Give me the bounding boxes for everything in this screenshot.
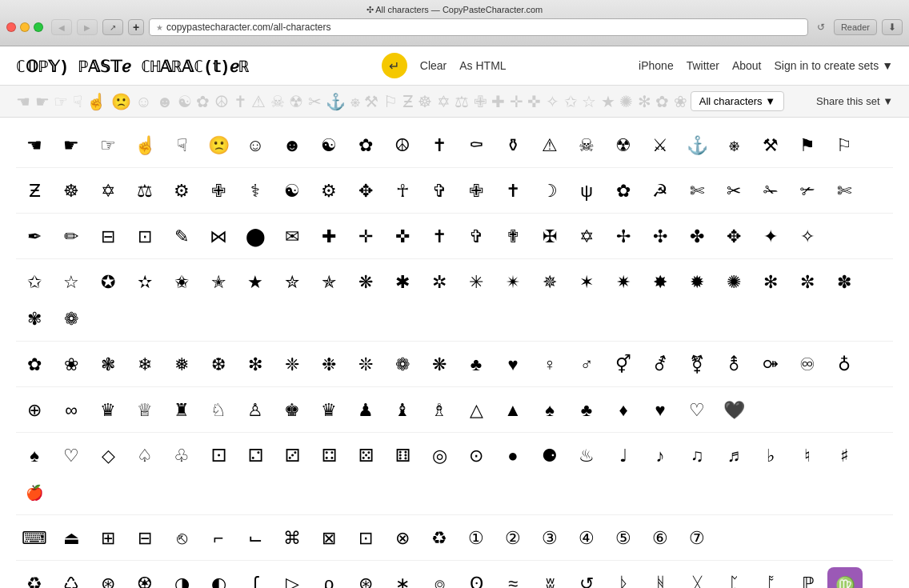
char-cell[interactable]: ▲ [495, 392, 531, 429]
char-cell[interactable]: ʬ [531, 566, 568, 588]
char-cell[interactable]: ☥ [384, 173, 421, 210]
char-cell[interactable]: ⚙ [163, 173, 200, 210]
char-cell[interactable]: ☻ [274, 127, 310, 164]
char-cell[interactable]: ✜ [384, 218, 421, 255]
char-cell[interactable]: ✝ [495, 173, 531, 210]
char-cell[interactable]: ʘ [458, 566, 495, 588]
new-tab-button[interactable]: + [128, 19, 144, 35]
char-cell[interactable]: ✪ [90, 264, 126, 301]
char-cell[interactable]: 🖤 [715, 392, 752, 429]
char-cell[interactable]: ✾ [16, 301, 53, 338]
char-cell[interactable]: ⊟ [126, 520, 163, 557]
char-cell[interactable]: ⊙ [458, 438, 495, 474]
char-cell[interactable]: ✁ [752, 173, 789, 210]
char-cell[interactable]: ⊛ [347, 566, 384, 588]
char-cell[interactable]: ✛ [347, 218, 384, 255]
char-cell[interactable]: ⊠ [310, 520, 347, 557]
char-cell[interactable]: ♣ [458, 346, 495, 383]
char-cell[interactable]: ♮ [789, 438, 826, 474]
char-cell[interactable]: ✬ [163, 264, 200, 301]
char-cell[interactable]: ʃ [237, 566, 274, 588]
char-cell[interactable]: ⊟ [90, 218, 126, 255]
char-cell[interactable]: ☝ [126, 127, 163, 164]
char-cell[interactable]: ⊡ [347, 520, 384, 557]
char-cell[interactable]: ⑤ [605, 520, 642, 557]
char-cell[interactable]: ♀ [531, 346, 568, 383]
char-cell[interactable]: 🙁 [200, 127, 237, 164]
all-chars-dropdown[interactable]: All characters ▼ [691, 91, 784, 111]
char-cell[interactable]: ✏ [53, 218, 90, 255]
char-cell[interactable]: ⊕ [16, 392, 53, 429]
char-cell[interactable]: ⊞ [90, 520, 126, 557]
char-cell[interactable]: ✸ [642, 264, 679, 301]
char-cell[interactable]: ☆ [53, 264, 90, 301]
char-cell[interactable]: ρ [310, 566, 347, 588]
char-cell[interactable]: ♗ [421, 392, 458, 429]
char-cell[interactable]: ⚄ [347, 438, 384, 474]
char-cell[interactable]: ▷ [274, 566, 310, 588]
char-cell[interactable]: ✽ [826, 264, 863, 301]
char-cell[interactable]: ↺ [568, 566, 605, 588]
char-cell[interactable]: ☮ [384, 127, 421, 164]
char-cell[interactable]: ♤ [126, 438, 163, 474]
sign-in-link[interactable]: Sign in to create sets ▼ [775, 59, 893, 72]
char-cell[interactable]: ✥ [347, 173, 384, 210]
char-cell[interactable]: ⚕ [237, 173, 274, 210]
char-cell[interactable]: ⚔ [642, 127, 679, 164]
char-cell[interactable]: ② [495, 520, 531, 557]
twitter-link[interactable]: Twitter [687, 59, 719, 72]
char-cell[interactable]: ✿ [16, 346, 53, 383]
char-cell[interactable]: ⚈ [531, 438, 568, 474]
char-cell[interactable]: ⚁ [237, 438, 274, 474]
char-cell[interactable]: ❆ [200, 346, 237, 383]
char-cell[interactable]: ✯ [310, 264, 347, 301]
char-cell[interactable]: ⌨ [16, 520, 53, 557]
char-cell[interactable]: ♡ [53, 438, 90, 474]
char-cell[interactable]: ⎈ [715, 127, 752, 164]
maximize-button[interactable] [34, 22, 43, 32]
reader-button[interactable]: Reader [834, 19, 877, 35]
char-cell[interactable]: ♝ [384, 392, 421, 429]
char-cell[interactable]: ✩ [16, 264, 53, 301]
char-cell[interactable]: Ƶ [16, 173, 53, 210]
char-cell[interactable]: ✲ [421, 264, 458, 301]
char-cell[interactable]: ☯ [274, 173, 310, 210]
char-cell[interactable]: ♫ [679, 438, 715, 474]
char-cell[interactable]: ♟ [347, 392, 384, 429]
char-cell[interactable]: ⚦ [642, 346, 679, 383]
char-cell[interactable]: ⚱ [495, 127, 531, 164]
char-cell[interactable]: ❈ [274, 346, 310, 383]
char-cell[interactable]: ♩ [605, 438, 642, 474]
char-cell[interactable]: ◎ [421, 438, 458, 474]
char-cell[interactable]: ④ [568, 520, 605, 557]
char-cell[interactable]: ✱ [384, 264, 421, 301]
char-cell[interactable]: ❅ [163, 346, 200, 383]
char-cell[interactable]: ✵ [531, 264, 568, 301]
char-cell[interactable]: ♬ [715, 438, 752, 474]
char-cell[interactable]: ✡ [568, 218, 605, 255]
char-cell[interactable]: ❊ [347, 346, 384, 383]
char-cell[interactable]: ♛ [310, 392, 347, 429]
char-cell[interactable]: ☟ [163, 127, 200, 164]
char-cell[interactable]: ♯ [826, 438, 863, 474]
char-cell[interactable]: ✭ [200, 264, 237, 301]
char-cell[interactable]: ⚐ [826, 127, 863, 164]
char-cell[interactable]: ☚ [16, 127, 53, 164]
close-button[interactable] [6, 22, 16, 32]
about-link[interactable]: About [732, 59, 762, 72]
char-cell[interactable]: ☽ [531, 173, 568, 210]
char-cell[interactable]: ♧ [163, 438, 200, 474]
share-set-btn[interactable]: Share this set ▼ [816, 95, 893, 107]
char-cell[interactable]: ✫ [126, 264, 163, 301]
char-cell[interactable]: ♠ [531, 392, 568, 429]
char-cell[interactable]: ♺ [53, 566, 90, 588]
char-cell[interactable]: ✙ [458, 173, 495, 210]
char-cell[interactable]: ♙ [237, 392, 274, 429]
char-cell[interactable]: ♂ [568, 346, 605, 383]
char-cell[interactable]: ✹ [679, 264, 715, 301]
char-cell[interactable]: ⌘ [274, 520, 310, 557]
char-cell[interactable]: ✤ [679, 218, 715, 255]
char-cell[interactable]: ☸ [53, 173, 90, 210]
char-cell[interactable]: ✃ [789, 173, 826, 210]
char-cell[interactable]: ♪ [642, 438, 679, 474]
